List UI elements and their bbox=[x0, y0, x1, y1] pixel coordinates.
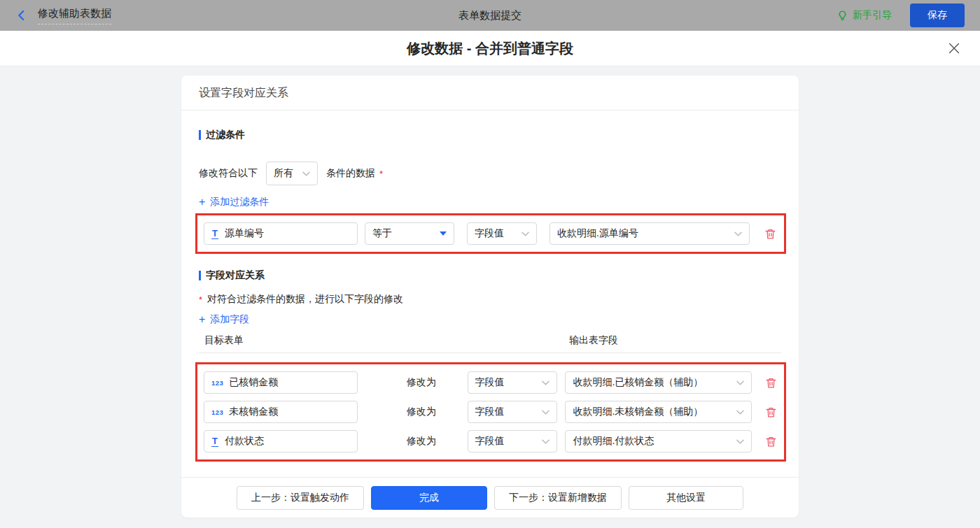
chevron-down-icon bbox=[302, 171, 310, 176]
mapping-description: * 对符合过滤条件的数据，进行以下字段的修改 bbox=[199, 292, 781, 306]
output-field-select[interactable]: 付款明细.付款状态 bbox=[565, 430, 752, 452]
required-mark: * bbox=[379, 169, 383, 179]
mapping-table-header: 目标表单 输出表字段 bbox=[199, 334, 781, 347]
save-button[interactable]: 保存 bbox=[910, 3, 965, 27]
chevron-down-icon bbox=[736, 439, 744, 444]
value-type-select[interactable]: 字段值 bbox=[468, 401, 558, 423]
chevron-down-icon bbox=[542, 439, 550, 444]
mapping-row: 123 已核销金额 修改为 字段值 收款明细.已核销金额（辅助） bbox=[204, 371, 778, 394]
dialog-body: 设置字段对应关系 过滤条件 修改符合以下 所有 条件的数据 * + bbox=[0, 76, 980, 528]
done-button[interactable]: 完成 bbox=[371, 486, 487, 510]
target-field-input[interactable]: 123 未核销金额 bbox=[204, 401, 358, 423]
match-suffix-label: 条件的数据 bbox=[326, 167, 375, 180]
match-condition-row: 修改符合以下 所有 条件的数据 * bbox=[199, 162, 781, 185]
output-field-column-header: 输出表字段 bbox=[569, 334, 618, 347]
beginner-guide-label: 新手引导 bbox=[853, 9, 892, 22]
section-accent-bar bbox=[199, 130, 201, 140]
mapping-highlight-rect: 123 已核销金额 修改为 字段值 收款明细.已核销金额（辅助） bbox=[195, 362, 786, 462]
chevron-down-icon bbox=[736, 410, 744, 415]
value-type-select[interactable]: 字段值 bbox=[468, 430, 558, 452]
target-field-input[interactable]: T 付款状态 bbox=[204, 430, 358, 452]
match-prefix-label: 修改符合以下 bbox=[199, 167, 258, 180]
number-field-icon: 123 bbox=[211, 408, 223, 416]
plus-icon: + bbox=[199, 314, 205, 325]
lightbulb-icon bbox=[836, 10, 848, 22]
chevron-down-icon bbox=[542, 380, 550, 385]
delete-row-trash-icon[interactable] bbox=[764, 435, 778, 448]
match-mode-select[interactable]: 所有 bbox=[266, 162, 318, 185]
table-header-divider bbox=[199, 352, 781, 353]
dialog-title: 修改数据 - 合并到普通字段 bbox=[407, 39, 573, 58]
filter-highlight-rect: T 源单编号 等于 字段值 收款明细.源单编号 bbox=[195, 213, 786, 254]
delete-row-trash-icon[interactable] bbox=[764, 406, 778, 419]
filter-condition-row: T 源单编号 等于 字段值 收款明细.源单编号 bbox=[204, 222, 778, 245]
mapping-section-title: 字段对应关系 bbox=[199, 269, 781, 283]
target-field-input[interactable]: 123 已核销金额 bbox=[204, 371, 358, 394]
dialog-header: 修改数据 - 合并到普通字段 bbox=[0, 31, 980, 66]
page-title: 表单数据提交 bbox=[0, 9, 980, 22]
section-accent-bar bbox=[199, 271, 201, 280]
delete-condition-trash-icon[interactable] bbox=[764, 227, 777, 241]
output-field-select[interactable]: 收款明细.已核销金额（辅助） bbox=[565, 371, 752, 394]
footer-actions: 上一步：设置触发动作 完成 下一步：设置新增数据 其他设置 bbox=[181, 486, 799, 510]
condition-field-input[interactable]: T 源单编号 bbox=[204, 222, 358, 245]
condition-value-select[interactable]: 收款明细.源单编号 bbox=[550, 222, 750, 245]
condition-operator-select[interactable]: 等于 bbox=[365, 222, 454, 245]
number-field-icon: 123 bbox=[211, 379, 223, 387]
required-mark: * bbox=[199, 294, 202, 305]
filter-section-title: 过滤条件 bbox=[199, 128, 781, 142]
mapping-row: T 付款状态 修改为 字段值 付款明细.付款状态 bbox=[204, 430, 778, 452]
chevron-down-icon bbox=[522, 231, 529, 236]
beginner-guide-link[interactable]: 新手引导 bbox=[836, 9, 892, 22]
footer-divider bbox=[181, 477, 799, 478]
text-field-icon: T bbox=[211, 229, 218, 239]
top-bar: 表单数据提交 修改辅助表数据 新手引导 保存 bbox=[0, 0, 980, 31]
other-settings-button[interactable]: 其他设置 bbox=[629, 486, 743, 510]
chevron-down-icon bbox=[542, 410, 550, 415]
chevron-down-icon bbox=[734, 231, 742, 236]
modify-to-label: 修改为 bbox=[407, 406, 440, 418]
delete-row-trash-icon[interactable] bbox=[764, 376, 778, 390]
condition-value-type-select[interactable]: 字段值 bbox=[467, 222, 537, 245]
output-field-select[interactable]: 收款明细.未核销金额（辅助） bbox=[565, 401, 752, 423]
target-form-column-header: 目标表单 bbox=[199, 334, 569, 347]
card-title: 设置字段对应关系 bbox=[181, 76, 799, 110]
flow-name[interactable]: 修改辅助表数据 bbox=[38, 6, 111, 24]
modify-to-label: 修改为 bbox=[407, 376, 440, 389]
text-field-icon: T bbox=[211, 436, 218, 447]
add-field-link[interactable]: + 添加字段 bbox=[199, 313, 249, 327]
next-step-button[interactable]: 下一步：设置新增数据 bbox=[494, 486, 622, 510]
close-icon[interactable] bbox=[946, 41, 962, 56]
prev-step-button[interactable]: 上一步：设置触发动作 bbox=[237, 486, 364, 510]
add-filter-condition-link[interactable]: + 添加过滤条件 bbox=[199, 195, 269, 209]
triangle-down-icon bbox=[440, 231, 447, 236]
chevron-down-icon bbox=[736, 380, 744, 385]
plus-icon: + bbox=[199, 197, 205, 208]
mapping-row: 123 未核销金额 修改为 字段值 收款明细.未核销金额（辅助） bbox=[204, 401, 778, 423]
modify-to-label: 修改为 bbox=[407, 435, 440, 448]
back-icon[interactable] bbox=[15, 9, 28, 22]
value-type-select[interactable]: 字段值 bbox=[468, 371, 558, 394]
settings-card: 设置字段对应关系 过滤条件 修改符合以下 所有 条件的数据 * + bbox=[181, 76, 799, 518]
